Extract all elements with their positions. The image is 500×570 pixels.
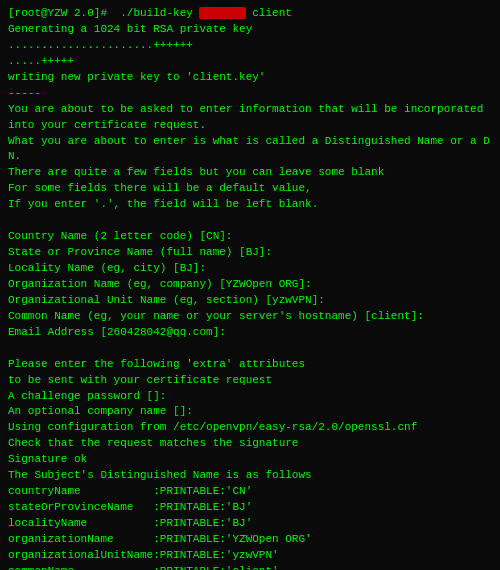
line-4: .....+++++ [8,54,492,70]
line-9: What you are about to enter is what is c… [8,134,492,166]
redacted-text: XXXXXXX [199,7,245,19]
line-27: Check that the request matches the signa… [8,436,492,452]
line-29: The Subject's Distinguished Name is as f… [8,468,492,484]
line-25: An optional company name []: [8,404,492,420]
line-30: countryName :PRINTABLE:'CN' [8,484,492,500]
line-34: organizationalUnitName:PRINTABLE:'yzwVPN… [8,548,492,564]
line-5: writing new private key to 'client.key' [8,70,492,86]
line-6: ----- [8,86,492,102]
line-23: to be sent with your certificate request [8,373,492,389]
line-12: If you enter '.', the field will be left… [8,197,492,213]
line-20: Email Address [260428042@qq.com]: [8,325,492,341]
line-35: commonName :PRINTABLE:'client' [8,564,492,570]
line-16: Locality Name (eg, city) [BJ]: [8,261,492,277]
line-24: A challenge password []: [8,389,492,405]
client-arg: client [246,7,292,19]
line-32: localityName :PRINTABLE:'BJ' [8,516,492,532]
line-33: organizationName :PRINTABLE:'YZWOpen ORG… [8,532,492,548]
line-21 [8,341,492,357]
line-14: Country Name (2 letter code) [CN]: [8,229,492,245]
line-7: You are about to be asked to enter infor… [8,102,492,118]
line-17: Organization Name (eg, company) [YZWOpen… [8,277,492,293]
line-26: Using configuration from /etc/openvpn/ea… [8,420,492,436]
terminal-window: [root@YZW 2.0]# ./build-key XXXXXXX clie… [0,0,500,570]
line-22: Please enter the following 'extra' attri… [8,357,492,373]
line-1: [root@YZW 2.0]# ./build-key XXXXXXX clie… [8,6,492,22]
line-13 [8,213,492,229]
line-15: State or Province Name (full name) [BJ]: [8,245,492,261]
line-10: There are quite a few fields but you can… [8,165,492,181]
line-8: into your certificate request. [8,118,492,134]
line-31: stateOrProvinceName :PRINTABLE:'BJ' [8,500,492,516]
line-11: For some fields there will be a default … [8,181,492,197]
line-28: Signature ok [8,452,492,468]
prompt: [root@YZW 2.0]# ./build-key [8,7,199,19]
line-19: Common Name (eg, your name or your serve… [8,309,492,325]
line-18: Organizational Unit Name (eg, section) [… [8,293,492,309]
line-3: ......................++++++ [8,38,492,54]
line-2: Generating a 1024 bit RSA private key [8,22,492,38]
